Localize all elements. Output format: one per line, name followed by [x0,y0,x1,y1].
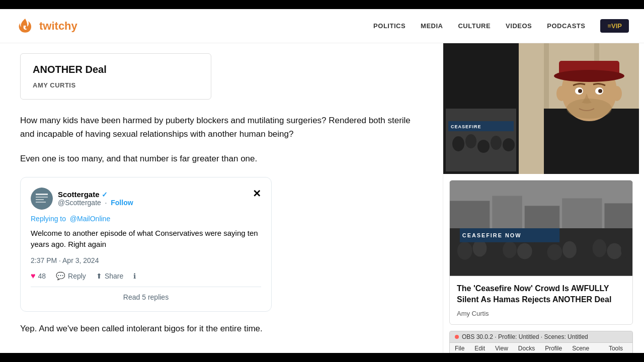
tweet-avatar [31,188,53,210]
tweet-header: Scottergate ✓ @Scottergate · Follow ✕ [31,188,261,210]
follow-button[interactable]: Follow [111,199,133,207]
svg-point-1 [31,188,53,210]
svg-point-29 [503,138,515,151]
sidebar-article-author: Amy Curtis [457,310,625,317]
tweet-time: 2:37 PM · Apr 3, 2024 [31,256,261,264]
svg-rect-2 [36,194,48,195]
twitchy-logo-icon [15,16,35,36]
obs-title: OBS 30.0.2 · Profile: Untitled · Scenes:… [462,333,588,340]
nav-videos[interactable]: VIDEOS [506,22,532,30]
tweet-share-label: Share [105,272,123,280]
tweet-name: Scottergate ✓ [58,190,133,199]
left-content: ANOTHER Deal AMY CURTIS How many kids ha… [0,43,443,362]
svg-point-20 [556,86,567,101]
right-sidebar: CEASEFIRE [443,43,639,362]
tweet-user: Scottergate ✓ @Scottergate · Follow [31,188,133,210]
obs-close-dot [455,335,459,339]
sidebar-article-image: CEASEFIRE NOW [450,180,632,276]
svg-point-36 [487,244,502,260]
tweet-info-icon[interactable]: ℹ [133,272,136,280]
tweet-like-count: 48 [38,272,46,280]
video-placeholder: CEASEFIRE [443,43,639,174]
nav-media[interactable]: MEDIA [421,22,443,30]
svg-text:CEASEFIRE NOW: CEASEFIRE NOW [462,232,522,238]
svg-point-26 [465,134,476,148]
svg-point-15 [554,70,624,82]
logo[interactable]: twitchy [15,16,77,36]
svg-rect-52 [562,198,602,228]
svg-point-21 [612,86,622,101]
article-paragraph-2: Even one is too many, and that number is… [20,152,423,165]
sidebar-article[interactable]: CEASEFIRE NOW The 'Ceasefire Now' Crowd … [449,180,633,325]
tweet-replies-link[interactable]: Read 5 replies [31,293,261,301]
tweet-like-action[interactable]: ♥ 48 [31,272,46,281]
svg-point-27 [477,140,490,153]
svg-point-19 [598,89,602,93]
article-paragraph-1: How many kids have been harmed by pubert… [20,114,423,141]
share-icon: ⬆ [96,272,102,280]
svg-rect-3 [36,197,48,198]
svg-point-37 [503,241,517,258]
svg-point-28 [491,136,502,150]
article-body: How many kids have been harmed by pubert… [20,114,423,335]
svg-rect-51 [525,206,559,228]
nav-podcasts[interactable]: PODCASTS [547,22,585,30]
article-paragraph-3: Yep. And we've been called intolerant bi… [20,322,423,335]
article-card-title[interactable]: ANOTHER Deal [33,64,199,75]
svg-point-38 [517,243,532,259]
svg-point-42 [577,243,592,259]
video-player[interactable]: CEASEFIRE [443,43,639,174]
svg-rect-5 [36,202,46,203]
svg-rect-50 [492,196,522,228]
svg-rect-53 [604,203,632,228]
svg-point-22 [567,99,612,119]
svg-point-18 [578,89,582,93]
x-twitter-icon: ✕ [253,188,261,200]
logo-text: twitchy [39,20,77,33]
tweet-actions: ♥ 48 💬 Reply ⬆ Share ℹ [31,272,261,287]
tweet-user-info: Scottergate ✓ @Scottergate · Follow [58,190,133,207]
tweet-replying: Replying to @MailOnline [31,215,261,223]
svg-point-44 [607,243,622,259]
sidebar-article-title[interactable]: The 'Ceasefire Now' Crowd Is AWFULLY Sil… [457,283,625,306]
svg-rect-49 [450,201,490,228]
svg-point-34 [457,242,472,260]
svg-point-43 [593,239,607,257]
tweet-text: Welcome to another episode of what Conse… [31,228,261,250]
svg-point-35 [473,240,487,257]
svg-point-39 [533,240,547,258]
obs-titlebar: OBS 30.0.2 · Profile: Untitled · Scenes:… [450,331,632,343]
top-bar [0,0,644,9]
nav-politics[interactable]: POLITICS [373,22,406,30]
tweet-handle: @Scottergate · Follow [58,199,133,207]
tweet-reply-action[interactable]: 💬 Reply [56,272,86,281]
svg-rect-4 [36,199,44,200]
verified-badge: ✓ [102,191,108,199]
article-card: ANOTHER Deal AMY CURTIS [20,53,211,100]
tweet-embed: Scottergate ✓ @Scottergate · Follow ✕ [20,177,272,312]
svg-point-40 [547,244,562,260]
tweet-reply-label: Reply [68,272,86,280]
main-nav: POLITICS MEDIA CULTURE VIDEOS PODCASTS ≡… [373,19,629,33]
main-container: ANOTHER Deal AMY CURTIS How many kids ha… [0,43,644,362]
svg-point-45 [621,241,632,258]
svg-text:CEASEFIRE: CEASEFIRE [451,124,481,129]
header: twitchy POLITICS MEDIA CULTURE VIDEOS PO… [0,9,644,43]
tweet-replying-handle[interactable]: @MailOnline [70,215,110,223]
nav-culture[interactable]: CULTURE [458,22,491,30]
tweet-share-action[interactable]: ⬆ Share [96,272,123,280]
article-card-author: AMY CURTIS [33,81,199,89]
svg-point-41 [562,241,577,258]
heart-icon: ♥ [31,272,36,281]
sidebar-article-content: The 'Ceasefire Now' Crowd Is AWFULLY Sil… [450,276,632,324]
reply-bubble-icon: 💬 [56,272,65,281]
bottom-bar [0,353,644,362]
svg-point-25 [452,136,464,151]
vip-button[interactable]: ≡VIP [600,19,629,33]
